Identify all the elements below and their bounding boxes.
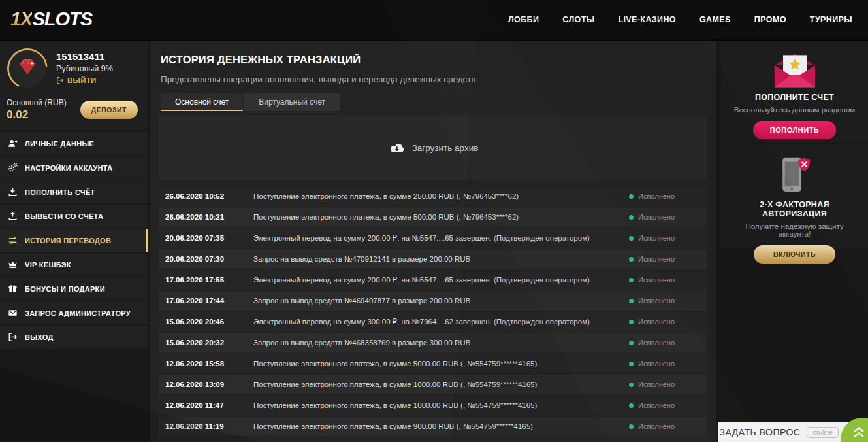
status-label: Исполнено xyxy=(638,318,675,326)
sidebar-item-vip-cashback[interactable]: VIP КЕШБЭК xyxy=(0,253,148,276)
sidebar-item-top-up[interactable]: ПОПОЛНИТЬ СЧЁТ xyxy=(0,180,148,203)
transaction-date: 12.06.2020 15:58 xyxy=(165,360,253,367)
transaction-row: 12.06.2020 15:58 Поступление электронног… xyxy=(159,354,707,373)
status-label: Исполнено xyxy=(638,255,675,263)
sign-out-icon xyxy=(8,332,18,342)
status-label: Исполнено xyxy=(638,422,675,430)
transaction-row: 17.06.2020 17:44 Запрос на вывод средств… xyxy=(159,291,707,311)
promo-deposit: ПОПОЛНИТЕ СЧЕТ Воспользуйтесь данным раз… xyxy=(721,41,868,143)
nav-item-games[interactable]: GAMES xyxy=(699,15,731,24)
status-label: Исполнено xyxy=(638,276,675,284)
gift-icon xyxy=(8,284,18,294)
screen: 1XSLOTS ЛОББИ СЛОТЫ LIVE-КАЗИНО GAMES ПР… xyxy=(0,0,868,442)
status-label: Исполнено xyxy=(638,234,675,242)
download-archive-button[interactable]: Загрузить архив xyxy=(388,142,479,154)
transaction-status: Исполнено xyxy=(629,381,689,388)
status-dot xyxy=(629,320,634,324)
transaction-row: 17.06.2020 17:55 Электронный перевод на … xyxy=(159,270,707,290)
status-dot xyxy=(629,362,634,366)
envelope-star-icon xyxy=(771,50,818,89)
chevron-up-icon xyxy=(851,424,867,439)
nav-item-live-casino[interactable]: LIVE-КАЗИНО xyxy=(618,15,676,24)
transaction-date: 17.06.2020 17:55 xyxy=(165,276,253,284)
user-plus-icon xyxy=(8,139,18,148)
logo-1x-part: 1X xyxy=(10,8,32,29)
cloud-download-icon xyxy=(388,142,406,154)
transaction-row: 15.06.2020 20:46 Электронный перевод на … xyxy=(159,312,707,332)
transaction-date: 12.06.2020 13:09 xyxy=(165,381,253,388)
sidebar-item-withdraw[interactable]: ВЫВЕСТИ СО СЧЁТА xyxy=(0,205,148,228)
user-id: 151513411 xyxy=(56,51,113,62)
sign-out-icon xyxy=(56,76,64,84)
side-menu: ЛИЧНЫЕ ДАННЫЕ НАСТРОЙКИ АККАУНТА ПОПОЛНИ… xyxy=(0,132,148,348)
upload-icon xyxy=(8,211,18,221)
transaction-status: Исполнено xyxy=(629,234,689,242)
transaction-description: Электронный перевод на сумму 200.00 ₽, н… xyxy=(253,233,629,243)
main-nav: ЛОББИ СЛОТЫ LIVE-КАЗИНО GAMES ПРОМО ТУРН… xyxy=(508,15,852,24)
status-label: Исполнено xyxy=(638,339,675,347)
page-subtitle: Представлены операции пополнения, вывода… xyxy=(161,75,707,84)
transaction-status: Исполнено xyxy=(629,192,689,200)
transaction-date: 26.06.2020 10:21 xyxy=(165,213,253,221)
transaction-status: Исполнено xyxy=(629,213,689,221)
crown-icon xyxy=(8,260,18,269)
chat-label: ЗАДАТЬ ВОПРОС xyxy=(720,427,801,437)
status-dot xyxy=(629,194,634,199)
sidebar-item-bonuses[interactable]: БОНУСЫ И ПОДАРКИ xyxy=(0,277,148,300)
transaction-row: 12.06.2020 11:19 Поступление электронног… xyxy=(159,416,707,436)
transaction-status: Исполнено xyxy=(629,276,689,284)
transaction-row: 26.06.2020 10:52 Поступление электронног… xyxy=(159,186,707,206)
status-dot xyxy=(629,299,634,303)
online-badge: on-line xyxy=(807,427,838,438)
transaction-status: Исполнено xyxy=(629,360,689,367)
deposit-button[interactable]: ДЕПОЗИТ xyxy=(80,101,138,119)
promo-deposit-subtitle: Воспользуйтесь данным разделом xyxy=(734,106,855,114)
transaction-row: 12.06.2020 13:09 Поступление электронног… xyxy=(159,375,707,394)
avatar xyxy=(7,48,48,90)
status-label: Исполнено xyxy=(638,192,675,200)
tab-main-account[interactable]: Основной счет xyxy=(161,94,243,111)
transaction-status: Исполнено xyxy=(629,422,689,430)
sidebar-item-admin-request[interactable]: ЗАПРОС АДМИНИСТРАТОРУ xyxy=(0,301,148,324)
nav-item-promo[interactable]: ПРОМО xyxy=(754,15,786,24)
sidebar-item-transfer-history[interactable]: ИСТОРИЯ ПЕРЕВОДОВ xyxy=(0,229,148,252)
archive-panel: Загрузить архив xyxy=(159,115,707,180)
phone-shield-icon xyxy=(776,154,813,196)
promo-2fa-subtitle: Получите надёжную защиту аккаунта! xyxy=(729,222,860,238)
status-dot xyxy=(629,403,634,408)
transaction-description: Поступление электронного платежа, в сумм… xyxy=(253,213,629,221)
sidebar-item-personal-data[interactable]: ЛИЧНЫЕ ДАННЫЕ xyxy=(0,132,148,155)
enable-2fa-button[interactable]: ВКЛЮЧИТЬ xyxy=(754,245,835,264)
nav-item-lobby[interactable]: ЛОББИ xyxy=(508,15,539,24)
nav-item-tournaments[interactable]: ТУРНИРЫ xyxy=(810,15,852,24)
status-label: Исполнено xyxy=(638,381,675,388)
transaction-status: Исполнено xyxy=(629,297,689,305)
balance-label: Основной (RUB) xyxy=(7,98,67,107)
transaction-row: 12.06.2020 10:48 Поступление электронног… xyxy=(159,437,707,442)
transaction-description: Электронный перевод на сумму 300.00 ₽, н… xyxy=(253,317,629,326)
top-up-button[interactable]: ПОПОЛНИТЬ xyxy=(753,121,836,139)
right-sidebar: ПОПОЛНИТЕ СЧЕТ Воспользуйтесь данным раз… xyxy=(721,41,868,247)
user-level: Рубиновый 9% xyxy=(56,64,113,73)
gears-icon xyxy=(8,163,18,173)
main-content: ИСТОРИЯ ДЕНЕЖНЫХ ТРАНЗАКЦИЙ Представлены… xyxy=(150,41,716,442)
site-logo[interactable]: 1XSLOTS xyxy=(10,8,92,30)
status-dot xyxy=(629,382,634,387)
sidebar-item-account-settings[interactable]: НАСТРОЙКИ АККАУНТА xyxy=(0,156,148,179)
status-label: Исполнено xyxy=(638,360,675,367)
promo-2fa: 2-Х ФАКТОРНАЯ АВТОРИЗАЦИЯ Получите надёж… xyxy=(721,145,868,247)
left-sidebar: 151513411 Рубиновый 9% ВЫЙТИ Основной (R… xyxy=(0,41,148,348)
download-icon xyxy=(8,187,18,197)
chat-toggle-button[interactable] xyxy=(841,418,868,442)
transaction-description: Запрос на вывод средств №469407877 в раз… xyxy=(253,297,629,305)
nav-item-slots[interactable]: СЛОТЫ xyxy=(562,15,594,24)
status-dot xyxy=(629,236,634,241)
status-label: Исполнено xyxy=(638,401,675,409)
logout-label: ВЫЙТИ xyxy=(67,76,97,84)
tab-virtual-account[interactable]: Виртуальный счет xyxy=(244,94,340,111)
topbar: 1XSLOTS ЛОББИ СЛОТЫ LIVE-КАЗИНО GAMES ПР… xyxy=(0,0,868,41)
status-dot xyxy=(629,215,634,220)
logout-link[interactable]: ВЫЙТИ xyxy=(56,76,113,84)
sidebar-item-exit[interactable]: ВЫХОД xyxy=(0,326,148,348)
transaction-description: Запрос на вывод средств №470912141 в раз… xyxy=(253,255,629,263)
